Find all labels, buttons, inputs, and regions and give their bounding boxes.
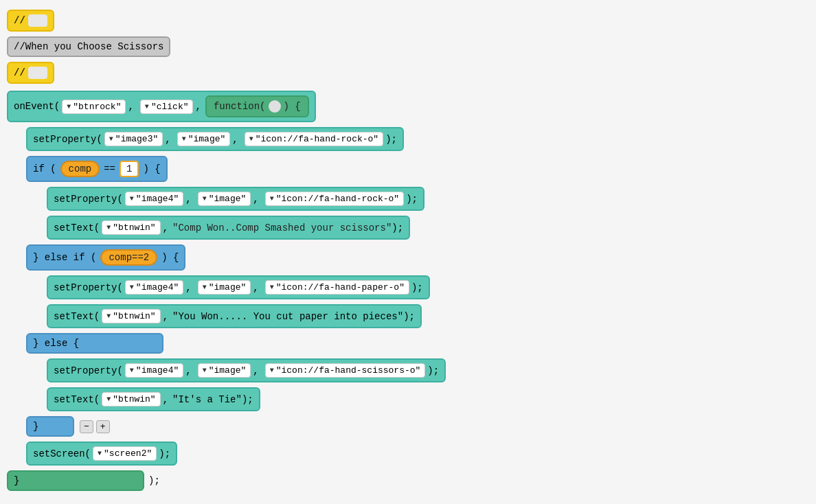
line-elseif: } else if ( comp==2 ) { [26, 243, 809, 272]
comma-8: , [185, 282, 191, 293]
collapse-minus-button[interactable]: − [80, 420, 93, 433]
sp4-close: ); [427, 365, 439, 376]
image4c-value: "image4" [136, 365, 179, 376]
line-comment1: // [7, 8, 809, 33]
st1-close: ); [392, 222, 403, 233]
comma-12: , [253, 365, 258, 376]
settext1-block[interactable]: setText( ▼ "btnwin" , "Comp Won..Comp Sm… [47, 216, 410, 240]
elseif-close: ) { [161, 252, 179, 263]
line-comment3: // [7, 60, 809, 85]
else-body: setProperty( ▼ "image4" , ▼ "image" , [47, 357, 809, 413]
st1-val: "Comp Won..Comp Smashed your scissors" [172, 222, 392, 233]
dropdown-icon-rock1[interactable]: ▼ "icon://fa-hand-rock-o" [245, 132, 383, 146]
btnrock-value: "btnrock" [73, 102, 121, 112]
if-block[interactable]: if ( comp == 1 ) { [26, 156, 168, 182]
st3-close: ); [242, 394, 253, 405]
dropdown-btnwin3[interactable]: ▼ "btnwin" [102, 392, 160, 406]
arrow-icon-5: ▼ [249, 135, 253, 143]
setproperty2-block[interactable]: setProperty( ▼ "image4" , ▼ "image" , [47, 187, 424, 211]
image3-value: "image3" [115, 134, 158, 144]
line-close-event: } ); [7, 469, 809, 492]
else-label: } else { [33, 338, 79, 349]
icon-paper-value: "icon://fa-hand-paper-o" [276, 282, 405, 293]
line-close-if: } − + [26, 415, 809, 438]
function-pill[interactable]: function( ) { [205, 95, 309, 117]
arrow-icon-10: ▼ [130, 284, 134, 291]
dropdown-click[interactable]: ▼ "click" [140, 100, 194, 114]
line-settext3: setText( ▼ "btnwin" , "It's a Tie" ); [47, 386, 809, 413]
elseif-body: setProperty( ▼ "image4" , ▼ "image" , [47, 274, 809, 330]
dropdown-screen2[interactable]: ▼ "screen2" [93, 446, 157, 461]
code-editor: // //When you Choose Scissors // onEvent… [0, 0, 816, 504]
close-if-block[interactable]: } [26, 416, 74, 437]
line-setscreen: setScreen( ▼ "screen2" ); [26, 440, 809, 467]
dropdown-image3[interactable]: ▼ "image3" [104, 132, 163, 146]
line-onevent: onEvent( ▼ "btnrock" , ▼ "click" , funct… [7, 89, 809, 124]
setproperty1-block[interactable]: setProperty( ▼ "image3" , ▼ "image" , ▼ … [26, 127, 404, 151]
comment-block-3[interactable]: // [7, 62, 54, 84]
image-prop3-value: "image" [209, 282, 247, 293]
line-settext2: setText( ▼ "btnwin" , "You Won..... You … [47, 303, 809, 330]
comma-13: , [163, 394, 168, 405]
minus-icon: − [84, 422, 89, 432]
dropdown-btnwin1[interactable]: ▼ "btnwin" [102, 220, 160, 235]
comp2-var[interactable]: comp==2 [100, 249, 157, 266]
sp3-label: setProperty( [54, 282, 123, 293]
comma-7: , [163, 222, 168, 233]
settext3-block[interactable]: setText( ▼ "btnwin" , "It's a Tie" ); [47, 387, 260, 411]
dropdown-icon-scissors[interactable]: ▼ "icon://fa-hand-scissors-o" [265, 363, 426, 378]
else-block[interactable]: } else { [26, 333, 163, 354]
arrow-icon-8: ▼ [270, 195, 274, 203]
close-event-block[interactable]: } [7, 470, 144, 491]
close-if-label: } [33, 421, 38, 432]
icon-rock2-value: "icon://fa-hand-rock-o" [276, 194, 399, 204]
setscreen-close: ); [159, 448, 170, 459]
sp1-close: ); [385, 134, 397, 145]
dropdown-icon-rock2[interactable]: ▼ "icon://fa-hand-rock-o" [265, 192, 404, 206]
comp-var[interactable]: comp [60, 161, 100, 177]
dropdown-image-prop1[interactable]: ▼ "image" [177, 132, 231, 146]
dropdown-image4c[interactable]: ▼ "image4" [125, 363, 183, 378]
setproperty4-block[interactable]: setProperty( ▼ "image4" , ▼ "image" , [47, 358, 446, 382]
arrow-icon-18: ▼ [98, 450, 102, 457]
comma-11: , [185, 365, 191, 376]
image4b-value: "image4" [136, 282, 179, 293]
comment-block-2[interactable]: //When you Choose Scissors [7, 36, 170, 57]
setproperty3-block[interactable]: setProperty( ▼ "image4" , ▼ "image" , [47, 275, 430, 299]
arrow-icon-9: ▼ [106, 224, 111, 231]
dropdown-image-prop3[interactable]: ▼ "image" [198, 280, 251, 295]
function-label: function( [214, 101, 266, 112]
settext2-block[interactable]: setText( ▼ "btnwin" , "You Won..... You … [47, 304, 422, 328]
line-setproperty1: setProperty( ▼ "image3" , ▼ "image" , ▼ … [26, 126, 809, 152]
line-settext1: setText( ▼ "btnwin" , "Comp Won..Comp Sm… [47, 214, 809, 241]
comment-block-1[interactable]: // [7, 10, 54, 32]
onevent-body: setProperty( ▼ "image3" , ▼ "image" , ▼ … [26, 126, 809, 467]
screen2-value: "screen2" [104, 448, 152, 459]
onevent-block[interactable]: onEvent( ▼ "btnrock" , ▼ "click" , funct… [7, 91, 316, 122]
onevent-label: onEvent( [14, 101, 60, 112]
comma-2: , [195, 101, 201, 112]
dropdown-icon-paper[interactable]: ▼ "icon://fa-hand-paper-o" [265, 280, 409, 295]
comment-text-2: //When you Choose Scissors [14, 41, 163, 52]
elseif-block[interactable]: } else if ( comp==2 ) { [26, 244, 185, 271]
arrow-icon-4: ▼ [182, 135, 186, 143]
arrow-icon-16: ▼ [270, 367, 274, 374]
sp2-close: ); [406, 194, 418, 205]
dropdown-image-prop4[interactable]: ▼ "image" [198, 363, 251, 378]
sp3-close: ); [411, 282, 423, 293]
setscreen-block[interactable]: setScreen( ▼ "screen2" ); [26, 442, 177, 466]
comma-4: , [232, 134, 238, 145]
comma-3: , [165, 134, 170, 145]
dropdown-btnrock[interactable]: ▼ "btnrock" [62, 100, 126, 114]
dropdown-btnwin2[interactable]: ▼ "btnwin" [102, 309, 160, 323]
arrow-icon-7: ▼ [203, 195, 207, 203]
icon-scissors-value: "icon://fa-hand-scissors-o" [276, 365, 421, 376]
comma-5: , [185, 194, 191, 205]
collapse-plus-button[interactable]: + [96, 420, 110, 433]
image4a-value: "image4" [136, 194, 179, 204]
num-1[interactable]: 1 [120, 161, 139, 177]
dropdown-image4a[interactable]: ▼ "image4" [125, 192, 183, 206]
dropdown-image-prop2[interactable]: ▼ "image" [198, 192, 251, 206]
dropdown-image4b[interactable]: ▼ "image4" [125, 280, 183, 295]
line-setproperty3: setProperty( ▼ "image4" , ▼ "image" , [47, 274, 809, 301]
